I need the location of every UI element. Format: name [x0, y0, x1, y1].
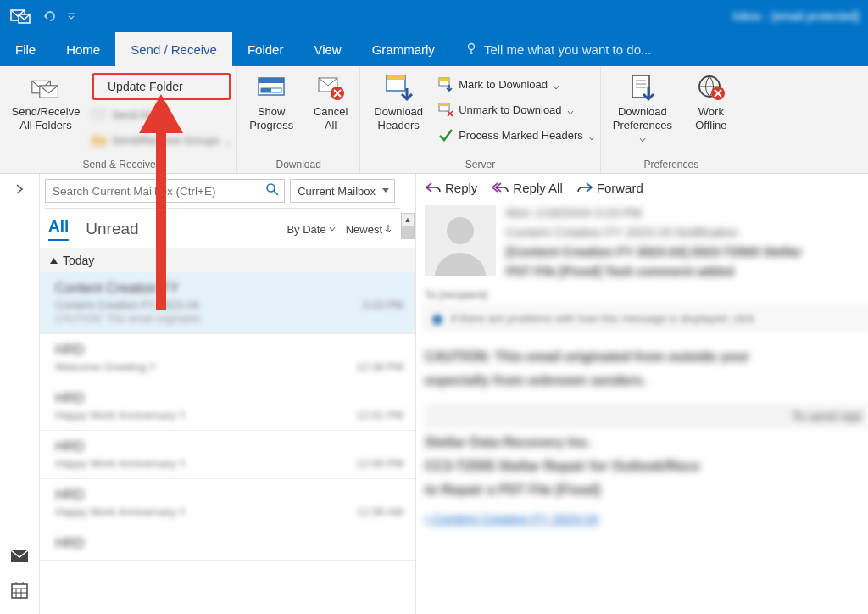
subject: [Content Creation FY 2023-24] 2023-T2500…	[506, 244, 868, 259]
progress-icon	[256, 73, 287, 103]
svg-rect-16	[439, 78, 449, 81]
message-body: CAUTION: This email originated from outs…	[425, 339, 868, 526]
message-item[interactable]: HRD Happy Work Anniversary !!12:00 PM	[40, 431, 415, 479]
ribbon-group-download: Show Progress Cancel All Download	[237, 66, 360, 173]
message-item[interactable]: Content Creation FY Content Creation FY …	[40, 272, 415, 334]
tab-grammarly[interactable]: Grammarly	[357, 32, 450, 66]
chevron-down-icon	[225, 137, 231, 143]
undo-icon[interactable]	[42, 8, 58, 24]
mark-to-download-button[interactable]: Mark to Download	[438, 73, 595, 95]
send-receive-all-folders-button[interactable]: Send/Receive All Folders	[7, 70, 85, 131]
filter-unread[interactable]: Unread	[86, 220, 138, 238]
menu-bar: File Home Send / Receive Folder View Gra…	[0, 32, 868, 66]
work-offline-icon	[696, 73, 726, 103]
svg-rect-18	[439, 103, 449, 106]
download-headers-button[interactable]: Download Headers	[365, 70, 431, 131]
ribbon-group-label: Send & Receive	[83, 157, 156, 173]
chevron-down-icon	[567, 106, 574, 113]
sender-avatar	[425, 205, 496, 276]
svg-rect-14	[387, 75, 405, 80]
sender-name: Content Creation FY 2023-24 Notification	[506, 225, 868, 239]
tab-file[interactable]: File	[0, 32, 51, 66]
svg-point-26	[447, 217, 474, 244]
svg-point-2	[468, 44, 474, 50]
folder-pane-collapsed	[0, 174, 40, 614]
qat-dropdown-icon[interactable]	[68, 13, 75, 20]
tell-me-search[interactable]: Tell me what you want to do...	[450, 32, 652, 66]
sort-by-date[interactable]: By Date	[287, 223, 335, 236]
svg-rect-10	[261, 88, 271, 92]
tab-view[interactable]: View	[298, 32, 356, 66]
info-bar[interactable]: If there are problems with how this mess…	[425, 306, 868, 331]
work-offline-button[interactable]: Work Offline	[686, 70, 737, 131]
filter-all[interactable]: All	[48, 217, 69, 241]
check-icon	[438, 127, 453, 142]
tab-folder[interactable]: Folder	[232, 32, 299, 66]
content-area: Current Mailbox All Unread By Date Newes…	[0, 174, 868, 614]
search-scope-select[interactable]: Current Mailbox	[290, 179, 395, 203]
chevron-down-icon	[639, 131, 646, 138]
expand-folder-pane-icon[interactable]	[14, 182, 25, 198]
cancel-all-icon	[315, 73, 346, 103]
show-progress-button[interactable]: Show Progress	[242, 70, 300, 131]
search-icon[interactable]	[265, 182, 279, 199]
ribbon-group-send-receive: Send/Receive All Folders Update Folder S…	[2, 66, 237, 173]
unmark-download-icon	[438, 102, 453, 117]
send-receive-groups-button[interactable]: Send/Receive Groups	[92, 129, 231, 151]
search-input[interactable]	[53, 185, 265, 198]
message-item[interactable]: HRD Welcome Greeting !!12:38 PM	[40, 334, 415, 382]
svg-rect-23	[12, 584, 27, 598]
folder-icon	[92, 132, 107, 148]
process-marked-headers-button[interactable]: Process Marked Headers	[438, 124, 595, 146]
sent-time: Mon 1/16/2024 3:23 PM	[506, 205, 868, 220]
ribbon-group-label: Download	[276, 157, 321, 173]
reply-button[interactable]: Reply	[425, 181, 477, 195]
unmark-to-download-button[interactable]: Unmark to Download	[438, 98, 595, 120]
mark-download-icon	[438, 76, 453, 92]
reading-pane: Reply Reply All Forward Mon 1/16/2024 3:…	[415, 174, 868, 614]
subject2: PST File [Fixed] Task comment added	[506, 264, 868, 278]
ribbon: Send/Receive All Folders Update Folder S…	[0, 66, 868, 174]
ribbon-group-label: Server	[465, 157, 495, 173]
message-list-pane: Current Mailbox All Unread By Date Newes…	[40, 174, 415, 614]
message-list-scrollbar[interactable]: ▲	[400, 174, 415, 248]
download-preferences-icon	[627, 73, 658, 103]
date-group-today[interactable]: Today	[40, 248, 415, 272]
message-item[interactable]: HRD	[40, 527, 415, 561]
message-item[interactable]: HRD Happy Work Anniversary !!12:01 PM	[40, 382, 415, 431]
forward-button[interactable]: Forward	[576, 181, 643, 195]
download-headers-icon	[383, 73, 414, 103]
mail-icon[interactable]	[10, 550, 29, 567]
send-all-icon	[92, 107, 107, 122]
app-icon	[8, 7, 32, 25]
reply-all-button[interactable]: Reply All	[491, 181, 562, 195]
ribbon-group-label: Preferences	[644, 157, 699, 173]
title-bar: Inbox - [email protected]	[0, 0, 868, 32]
svg-rect-8	[259, 78, 284, 83]
message-item[interactable]: HRD Happy Work Anniversary !!11:58 AM	[40, 479, 415, 527]
envelopes-icon	[31, 73, 61, 103]
cancel-all-button[interactable]: Cancel All	[307, 70, 354, 131]
update-folder-button[interactable]: Update Folder	[92, 73, 231, 100]
search-input-wrap[interactable]	[45, 179, 285, 203]
svg-rect-19	[632, 75, 649, 98]
to-line: To [recipient]	[425, 288, 868, 301]
ribbon-group-preferences: Download Preferences Work Offline Prefer…	[601, 66, 742, 173]
tab-home[interactable]: Home	[51, 32, 115, 66]
chevron-down-icon	[588, 131, 595, 138]
window-title: Inbox - [email protected]	[732, 9, 860, 23]
sort-newest[interactable]: Newest	[346, 223, 392, 236]
download-preferences-button[interactable]: Download Preferences	[606, 70, 679, 138]
ribbon-group-server: Download Headers Mark to Download Unmark…	[360, 66, 601, 173]
svg-point-24	[267, 184, 275, 192]
chevron-down-icon	[553, 81, 559, 87]
calendar-icon[interactable]	[11, 582, 28, 602]
tab-send-receive[interactable]: Send / Receive	[115, 32, 232, 66]
send-all-button[interactable]: Send All	[92, 103, 231, 126]
